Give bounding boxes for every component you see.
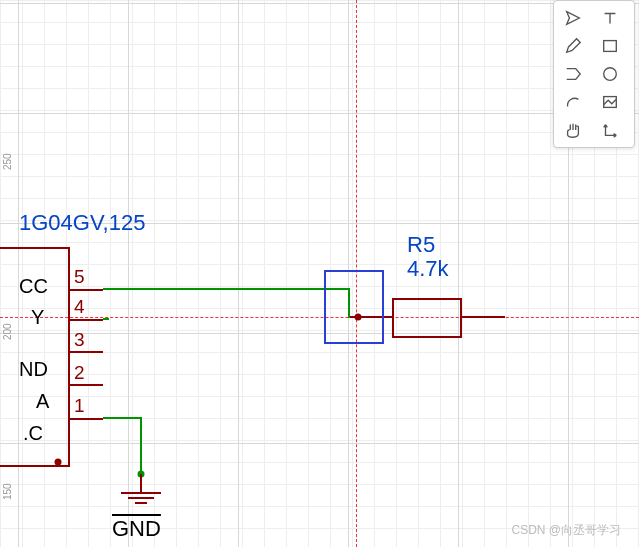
selection-rect[interactable] xyxy=(324,270,384,344)
polygon-tool-icon[interactable] xyxy=(558,61,588,87)
chip-pin1-marker xyxy=(55,459,62,466)
pin-name: CC xyxy=(19,275,48,298)
gnd-symbol[interactable] xyxy=(121,492,161,504)
tool-palette xyxy=(553,0,635,148)
pin-number: 1 xyxy=(74,395,85,417)
ruler-tick: 250 xyxy=(2,153,13,170)
pin-number: 5 xyxy=(74,266,85,288)
wire xyxy=(140,474,142,492)
circle-tool-icon[interactable] xyxy=(595,61,625,87)
rect-tool-icon[interactable] xyxy=(595,33,625,59)
pin-line xyxy=(68,319,103,321)
pin-line xyxy=(68,418,103,420)
pin-name: Y xyxy=(31,306,44,329)
svg-rect-0 xyxy=(604,41,617,52)
svg-point-1 xyxy=(604,68,617,81)
pin-line xyxy=(68,384,103,386)
image-tool-icon[interactable] xyxy=(595,89,625,115)
arc-tool-icon[interactable] xyxy=(558,89,588,115)
wire[interactable] xyxy=(140,417,142,475)
resistor[interactable] xyxy=(392,298,462,338)
pin-name: ND xyxy=(19,358,48,381)
component-value[interactable]: 4.7k xyxy=(407,256,449,282)
pan-tool-icon[interactable] xyxy=(558,117,588,143)
schematic-canvas[interactable]: 250 200 150 1G04GV,125 5 4 3 2 1 CC Y ND… xyxy=(0,0,639,547)
pin-line xyxy=(68,289,103,291)
wire[interactable] xyxy=(103,288,350,290)
origin-tool-icon[interactable] xyxy=(595,117,625,143)
cursor-crosshair-horizontal xyxy=(0,317,639,318)
ruler-tick: 150 xyxy=(2,483,13,500)
pin-number: 2 xyxy=(74,362,85,384)
text-tool-icon[interactable] xyxy=(595,5,625,31)
pencil-tool-icon[interactable] xyxy=(558,33,588,59)
component-ref[interactable]: R5 xyxy=(407,232,435,258)
component-value-label[interactable]: 1G04GV,125 xyxy=(19,210,145,236)
pin-line xyxy=(68,351,103,353)
grid-major xyxy=(0,0,639,547)
wire[interactable] xyxy=(103,417,141,419)
pin-name: .C xyxy=(23,422,43,445)
wire[interactable] xyxy=(460,316,505,318)
pin-number: 3 xyxy=(74,329,85,351)
place-tool-icon[interactable] xyxy=(558,5,588,31)
gnd-label: GND xyxy=(112,516,161,542)
pin-name: A xyxy=(36,390,49,413)
wire[interactable] xyxy=(103,318,109,320)
pin-number: 4 xyxy=(74,296,85,318)
